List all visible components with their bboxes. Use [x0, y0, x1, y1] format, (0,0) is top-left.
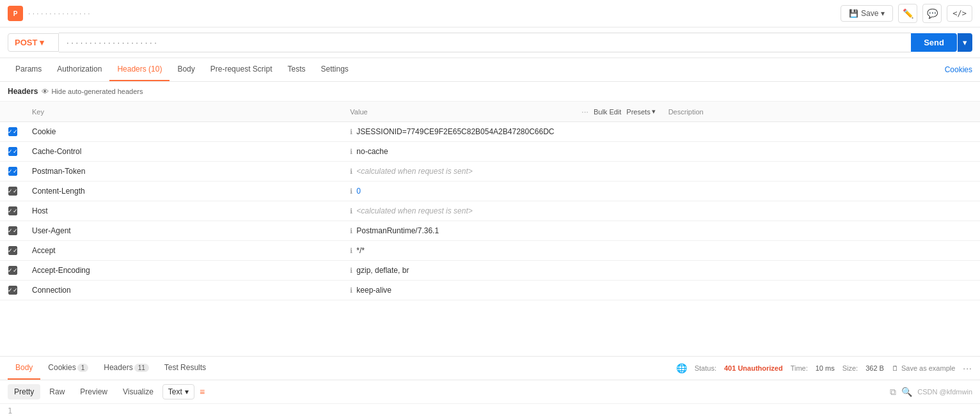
- response-section: Body Cookies1 Headers11 Test Results 🌐 S…: [0, 356, 980, 418]
- row-key-host: Host: [26, 201, 344, 221]
- row-check-host[interactable]: ✓: [0, 201, 26, 221]
- format-bar: Pretty Raw Preview Visualize Text ▾ ≡ ⧉ …: [0, 380, 980, 404]
- save-dropdown-icon: ▾: [881, 9, 885, 18]
- tab-test-results-response[interactable]: Test Results: [157, 357, 214, 380]
- checkbox-content-length[interactable]: ✓: [8, 187, 17, 196]
- app-icon: P: [8, 6, 23, 21]
- save-icon: 💾: [849, 9, 858, 18]
- value-text: 0: [356, 187, 361, 196]
- csdn-label: CSDN @kfdmwin: [917, 388, 972, 396]
- method-select[interactable]: POST ▾: [8, 33, 59, 52]
- format-pretty-button[interactable]: Pretty: [8, 384, 40, 399]
- response-tabs: Body Cookies1 Headers11 Test Results 🌐 S…: [0, 357, 980, 380]
- presets-button[interactable]: Presets▾: [626, 107, 655, 116]
- info-icon: ℹ: [350, 167, 352, 176]
- checkbox-accept[interactable]: ✓: [8, 246, 17, 255]
- tab-params[interactable]: Params: [8, 58, 49, 81]
- tab-body[interactable]: Body: [170, 58, 202, 81]
- size-value: 362 B: [865, 364, 884, 372]
- row-check-connection[interactable]: ✓: [0, 281, 26, 300]
- checkbox-cache-control[interactable]: ✓: [8, 147, 17, 156]
- edit-icon-button[interactable]: ✏️: [898, 4, 917, 23]
- search-icon-button[interactable]: 🔍: [901, 387, 912, 397]
- format-type-select[interactable]: Text ▾: [162, 384, 194, 399]
- checkbox-accept-encoding[interactable]: ✓: [8, 266, 17, 275]
- save-button[interactable]: 💾 Save ▾: [841, 5, 893, 22]
- code-button[interactable]: </>: [947, 5, 972, 22]
- send-button[interactable]: Send: [911, 33, 957, 52]
- row-check-accept-encoding[interactable]: ✓: [0, 261, 26, 280]
- checkbox-host[interactable]: ✓: [8, 206, 17, 215]
- tab-tests[interactable]: Tests: [280, 58, 313, 81]
- more-options-icon[interactable]: ···: [581, 107, 589, 116]
- row-desc-host: [662, 206, 980, 216]
- value-text: PostmanRuntime/7.36.1: [356, 226, 439, 235]
- row-key-content-length: Content-Length: [26, 182, 344, 201]
- cookies-link[interactable]: Cookies: [945, 59, 972, 81]
- row-key-accept-encoding: Accept-Encoding: [26, 261, 344, 280]
- row-desc-postman-token: [662, 166, 980, 176]
- tab-settings[interactable]: Settings: [313, 58, 356, 81]
- hide-auto-generated-button[interactable]: 👁 Hide auto-generated headers: [42, 88, 143, 95]
- format-raw-button[interactable]: Raw: [43, 384, 71, 399]
- headers-section: Headers 👁 Hide auto-generated headers Ke…: [0, 82, 980, 356]
- value-text: no-cache: [356, 147, 388, 156]
- eye-icon: 👁: [42, 88, 49, 95]
- checkbox-postman-token[interactable]: ✓: [8, 167, 17, 176]
- info-icon: ℹ: [350, 286, 352, 295]
- info-icon: ℹ: [350, 267, 352, 275]
- breadcrumb: · · · · · · · · · · · · · · ·: [28, 9, 90, 18]
- request-tabs: Params Authorization Headers (10) Body P…: [0, 58, 980, 82]
- row-desc-cookie: [662, 127, 980, 137]
- row-value-accept: ℹ */*: [344, 241, 661, 260]
- copy-icon-button[interactable]: ⧉: [890, 387, 896, 398]
- size-label: Size:: [842, 364, 858, 372]
- row-value-host: ℹ <calculated when request is sent>: [344, 201, 661, 221]
- tab-authorization[interactable]: Authorization: [49, 58, 109, 81]
- row-check-accept[interactable]: ✓: [0, 241, 26, 260]
- response-status-bar: 🌐 Status: 401 Unauthorized Time: 10 ms S…: [676, 357, 972, 380]
- table-row: ✓ Accept-Encoding ℹ gzip, deflate, br: [0, 261, 980, 281]
- format-visualize-button[interactable]: Visualize: [116, 384, 160, 399]
- row-value-postman-token: ℹ <calculated when request is sent>: [344, 162, 661, 181]
- th-key: Key: [26, 103, 344, 121]
- row-desc-content-length: [662, 186, 980, 196]
- table-row: ✓ Content-Length ℹ 0: [0, 182, 980, 201]
- time-label: Time:: [791, 364, 808, 372]
- row-check-cache-control[interactable]: ✓: [0, 142, 26, 161]
- tab-cookies-response[interactable]: Cookies1: [40, 357, 96, 380]
- tab-headers[interactable]: Headers (10): [109, 58, 170, 81]
- comment-icon-button[interactable]: 💬: [922, 4, 942, 23]
- table-row: ✓ Host ℹ <calculated when request is sen…: [0, 201, 980, 221]
- text-select-label: Text: [168, 387, 182, 396]
- tab-pre-request-script[interactable]: Pre-request Script: [203, 58, 280, 81]
- format-icon-button[interactable]: ≡: [200, 387, 205, 397]
- th-description: Description: [662, 103, 980, 121]
- table-row: ✓ User-Agent ℹ PostmanRuntime/7.36.1: [0, 221, 980, 241]
- row-desc-accept: [662, 245, 980, 256]
- row-check-user-agent[interactable]: ✓: [0, 221, 26, 240]
- checkbox-connection[interactable]: ✓: [8, 286, 17, 295]
- row-key-postman-token: Postman-Token: [26, 162, 344, 181]
- table-row: ✓ Cache-Control ℹ no-cache: [0, 142, 980, 162]
- th-value: Value ··· Bulk Edit Presets▾: [344, 102, 661, 121]
- tab-headers-response[interactable]: Headers11: [96, 357, 156, 380]
- value-text: JSESSIONID=7749CE9F2E65C82B054A2B47280C6…: [356, 127, 554, 136]
- checkbox-cookie[interactable]: ✓: [8, 127, 17, 136]
- save-as-example-button[interactable]: 🗒 Save as example: [892, 364, 955, 372]
- row-check-postman-token[interactable]: ✓: [0, 162, 26, 181]
- info-icon: ℹ: [350, 148, 352, 156]
- row-key-connection: Connection: [26, 281, 344, 300]
- tab-body-response[interactable]: Body: [8, 357, 40, 380]
- row-check-content-length[interactable]: ✓: [0, 182, 26, 201]
- row-desc-user-agent: [662, 226, 980, 236]
- format-preview-button[interactable]: Preview: [74, 384, 114, 399]
- url-input[interactable]: [59, 33, 911, 52]
- send-dropdown-button[interactable]: ▾: [958, 33, 972, 52]
- bulk-edit-button[interactable]: Bulk Edit: [594, 108, 621, 116]
- row-check-cookie[interactable]: ✓: [0, 122, 26, 141]
- checkbox-user-agent[interactable]: ✓: [8, 226, 17, 235]
- more-options-button[interactable]: ···: [963, 363, 972, 373]
- row-value-cookie: ℹ JSESSIONID=7749CE9F2E65C82B054A2B47280…: [344, 122, 661, 141]
- row-key-cookie: Cookie: [26, 122, 344, 141]
